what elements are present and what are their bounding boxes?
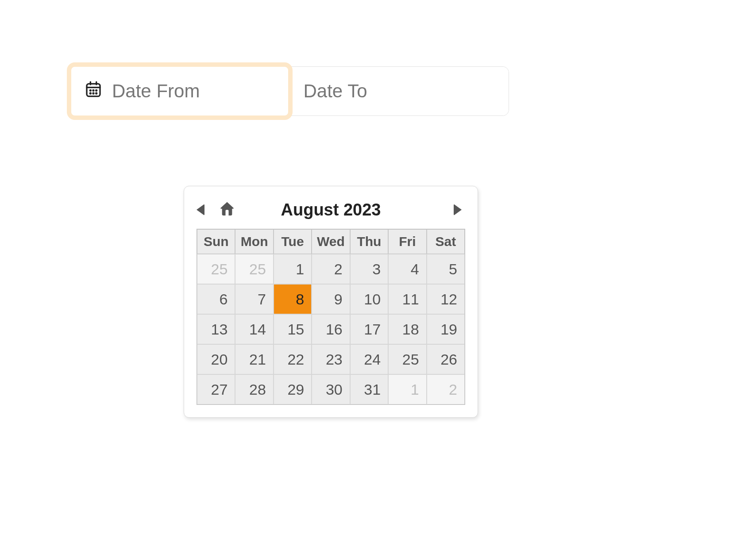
day-cell[interactable]: 18: [388, 314, 426, 344]
svg-point-4: [90, 90, 91, 91]
day-cell[interactable]: 9: [312, 284, 350, 314]
weekday-header: Thu: [350, 229, 388, 254]
weekday-header: Sun: [197, 229, 235, 254]
weekday-header: Wed: [312, 229, 350, 254]
day-cell[interactable]: 27: [197, 374, 235, 404]
day-cell[interactable]: 6: [197, 284, 235, 314]
day-cell[interactable]: 24: [350, 344, 388, 374]
weekday-header: Fri: [388, 229, 426, 254]
prev-month-button[interactable]: [197, 204, 204, 215]
day-cell[interactable]: 11: [388, 284, 426, 314]
day-cell[interactable]: 5: [427, 254, 465, 284]
weekday-header: Sat: [427, 229, 465, 254]
day-cell[interactable]: 22: [274, 344, 312, 374]
svg-point-7: [90, 93, 91, 94]
day-cell[interactable]: 13: [197, 314, 235, 344]
day-cell[interactable]: 3: [350, 254, 388, 284]
day-cell[interactable]: 23: [312, 344, 350, 374]
day-cell[interactable]: 30: [312, 374, 350, 404]
day-cell-outside[interactable]: 25: [235, 254, 273, 284]
weekday-header: Tue: [274, 229, 312, 254]
day-cell[interactable]: 21: [235, 344, 273, 374]
day-cell[interactable]: 29: [274, 374, 312, 404]
date-to-input[interactable]: Date To: [290, 67, 509, 115]
svg-point-9: [96, 93, 97, 94]
day-cell[interactable]: 26: [427, 344, 465, 374]
calendar-header: August 2023: [197, 194, 465, 225]
day-cell-selected[interactable]: 8: [274, 284, 312, 314]
day-cell[interactable]: 15: [274, 314, 312, 344]
day-cell[interactable]: 16: [312, 314, 350, 344]
date-range-row: Date From Date To: [71, 66, 509, 116]
calendar-icon: [85, 80, 102, 102]
day-cell-outside[interactable]: 25: [197, 254, 235, 284]
month-label: August 2023: [197, 200, 465, 219]
day-cell[interactable]: 12: [427, 284, 465, 314]
svg-point-5: [93, 90, 94, 91]
day-cell[interactable]: 4: [388, 254, 426, 284]
day-cell-outside[interactable]: 2: [427, 374, 465, 404]
day-cell-outside[interactable]: 1: [388, 374, 426, 404]
svg-point-6: [96, 90, 97, 91]
day-cell[interactable]: 20: [197, 344, 235, 374]
weekday-header: Mon: [235, 229, 273, 254]
calendar-popover: August 2023 SunMonTueWedThuFriSat2525123…: [184, 186, 478, 418]
next-month-button[interactable]: [454, 204, 462, 215]
svg-point-8: [93, 93, 94, 94]
day-cell[interactable]: 1: [274, 254, 312, 284]
day-cell[interactable]: 7: [235, 284, 273, 314]
day-cell[interactable]: 31: [350, 374, 388, 404]
day-cell[interactable]: 14: [235, 314, 273, 344]
day-cell[interactable]: 17: [350, 314, 388, 344]
date-from-placeholder: Date From: [112, 81, 200, 102]
day-cell[interactable]: 10: [350, 284, 388, 314]
date-to-placeholder: Date To: [304, 81, 367, 102]
day-cell[interactable]: 19: [427, 314, 465, 344]
calendar-grid: SunMonTueWedThuFriSat2525123456789101112…: [197, 229, 465, 405]
home-icon[interactable]: [218, 200, 236, 220]
date-from-input[interactable]: Date From: [71, 67, 290, 115]
day-cell[interactable]: 25: [388, 344, 426, 374]
day-cell[interactable]: 28: [235, 374, 273, 404]
day-cell[interactable]: 2: [312, 254, 350, 284]
